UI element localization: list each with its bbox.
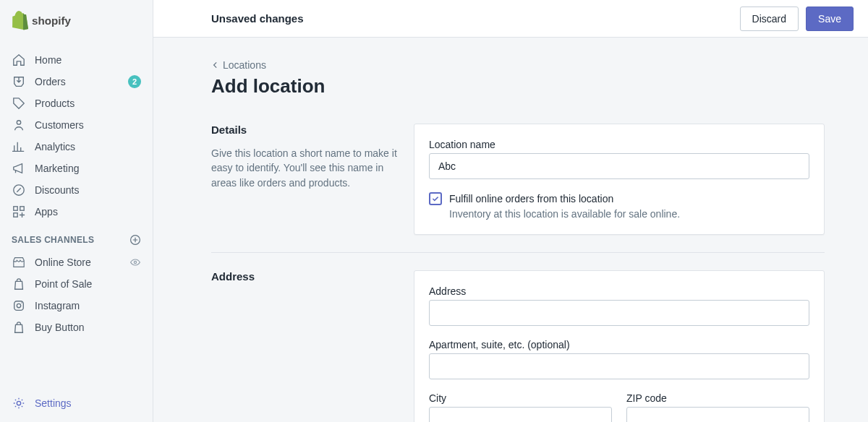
city-label: City [429, 392, 612, 404]
apartment-input[interactable] [429, 353, 809, 379]
svg-point-10 [21, 302, 22, 303]
channel-instagram[interactable]: Instagram [0, 295, 153, 316]
analytics-icon [12, 139, 26, 154]
nav-label: Apps [35, 206, 58, 218]
location-name-input[interactable] [429, 153, 809, 179]
topbar-actions: Discard Save [740, 7, 854, 31]
nav-customers[interactable]: Customers [0, 114, 153, 136]
sales-channels-header: SALES CHANNELS [0, 223, 153, 251]
nav-label: Buy Button [35, 322, 85, 333]
store-icon [12, 255, 26, 270]
details-side: Details Give this location a short name … [211, 124, 399, 235]
nav-label: Marketing [35, 163, 79, 174]
city-input[interactable] [429, 407, 612, 422]
channel-online-store[interactable]: Online Store [0, 251, 153, 273]
save-button[interactable]: Save [806, 7, 854, 31]
nav-analytics[interactable]: Analytics [0, 136, 153, 158]
svg-point-1 [17, 121, 20, 124]
topbar-title: Unsaved changes [211, 12, 304, 25]
svg-rect-5 [14, 213, 17, 217]
check-icon [431, 194, 440, 203]
nav-home[interactable]: Home [0, 49, 153, 71]
fulfill-description: Inventory at this location is available … [449, 208, 809, 220]
svg-point-7 [134, 261, 136, 263]
svg-rect-4 [20, 207, 24, 210]
instagram-icon [12, 298, 26, 313]
sidebar: shopify Home Orders 2 Products Customers… [0, 0, 153, 422]
bag-icon [12, 277, 26, 291]
fulfill-checkbox[interactable] [429, 192, 442, 205]
add-channel-icon[interactable] [129, 234, 141, 246]
nav-marketing[interactable]: Marketing [0, 158, 153, 179]
view-icon[interactable] [129, 257, 141, 268]
svg-text:shopify: shopify [32, 14, 72, 26]
svg-rect-3 [14, 207, 17, 210]
nav-label: Home [35, 54, 61, 66]
primary-nav: Home Orders 2 Products Customers Analyti… [0, 40, 153, 338]
main-content: Locations Add location Details Give this… [153, 38, 868, 422]
nav-orders[interactable]: Orders 2 [0, 71, 153, 92]
details-section: Details Give this location a short name … [211, 124, 825, 252]
channel-pos[interactable]: Point of Sale [0, 273, 153, 295]
buy-button-icon [12, 320, 26, 335]
details-heading: Details [211, 124, 399, 136]
nav-settings[interactable]: Settings [0, 392, 153, 415]
inbox-icon [12, 74, 26, 89]
section-title: SALES CHANNELS [12, 235, 94, 245]
topbar: Unsaved changes Discard Save [153, 0, 868, 38]
svg-point-11 [17, 401, 20, 405]
nav-apps[interactable]: Apps [0, 201, 153, 223]
discard-button[interactable]: Discard [740, 7, 799, 31]
discount-icon [12, 183, 26, 197]
home-icon [12, 53, 26, 67]
address-card: Address Apartment, suite, etc. (optional… [414, 270, 825, 422]
settings-label: Settings [35, 397, 72, 409]
nav-label: Discounts [35, 184, 79, 196]
address-label: Address [429, 285, 809, 297]
address-heading: Address [211, 270, 399, 283]
nav-label: Products [35, 98, 75, 109]
nav-label: Point of Sale [35, 278, 92, 290]
fulfill-label: Fulfill online orders from this location [449, 193, 613, 204]
svg-point-9 [17, 303, 20, 307]
tag-icon [12, 96, 26, 111]
orders-badge: 2 [128, 75, 141, 88]
nav-discounts[interactable]: Discounts [0, 179, 153, 201]
shopify-logo-icon: shopify [12, 11, 80, 30]
person-icon [12, 118, 26, 132]
address-section: Address Address Apartment, suite, etc. (… [211, 252, 825, 422]
nav-label: Analytics [35, 141, 75, 152]
gear-icon [12, 396, 26, 410]
address-input[interactable] [429, 300, 809, 326]
fulfill-checkbox-row[interactable]: Fulfill online orders from this location [429, 192, 809, 205]
details-description: Give this location a short name to make … [211, 146, 399, 190]
nav-products[interactable]: Products [0, 92, 153, 114]
location-name-label: Location name [429, 139, 809, 150]
page-title: Add location [211, 75, 825, 98]
nav-label: Customers [35, 119, 84, 131]
details-card: Location name Fulfill online orders from… [414, 124, 825, 235]
chevron-left-icon [211, 61, 220, 69]
megaphone-icon [12, 161, 26, 176]
apps-icon [12, 204, 26, 219]
nav-label: Online Store [35, 257, 91, 268]
zip-label: ZIP code [626, 392, 809, 404]
address-side: Address [211, 270, 399, 422]
apartment-label: Apartment, suite, etc. (optional) [429, 339, 809, 350]
brand-logo[interactable]: shopify [0, 0, 153, 40]
nav-label: Instagram [35, 300, 80, 311]
nav-label: Orders [35, 76, 66, 87]
breadcrumb-label: Locations [223, 59, 266, 71]
breadcrumb-back[interactable]: Locations [211, 59, 825, 71]
channel-buy-button[interactable]: Buy Button [0, 316, 153, 338]
zip-input[interactable] [626, 407, 809, 422]
